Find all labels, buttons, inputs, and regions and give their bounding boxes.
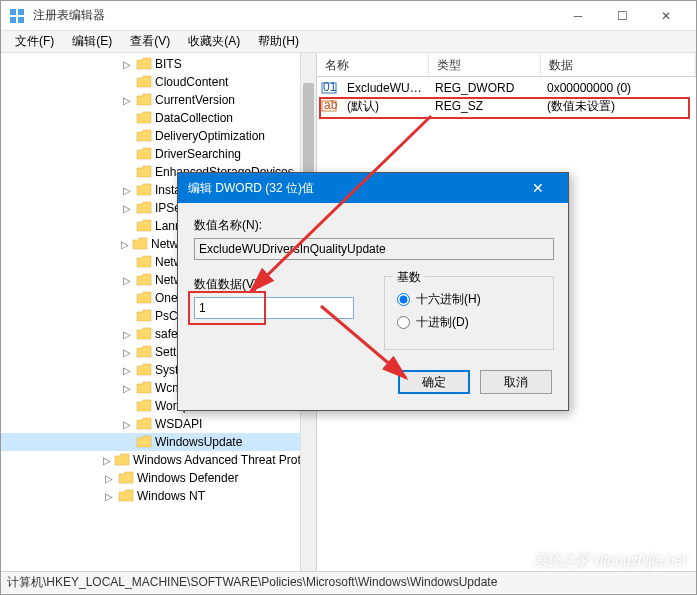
tree-item[interactable]: ▷BITS [1,55,316,73]
radix-group: 基数 十六进制(H) 十进制(D) [384,276,554,350]
radio-dec[interactable]: 十进制(D) [397,314,541,331]
tree-item-label: Windows NT [137,489,205,503]
cell-name: ExcludeWUDri... [341,81,429,95]
tree-item-label: WSDAPI [155,417,202,431]
svg-rect-1 [18,9,24,15]
radio-hex-input[interactable] [397,293,410,306]
folder-icon [136,183,152,197]
menubar: 文件(F) 编辑(E) 查看(V) 收藏夹(A) 帮助(H) [1,31,696,53]
tree-item[interactable]: ▷Windows Advanced Threat Protection [1,451,316,469]
string-value-icon: ab [321,98,337,114]
cell-data: 0x00000000 (0) [541,81,696,95]
tree-item-label: Windows Defender [137,471,238,485]
expand-icon[interactable]: ▷ [121,275,133,286]
window-title: 注册表编辑器 [33,7,556,24]
expand-icon[interactable]: ▷ [103,473,115,484]
expand-icon[interactable]: ▷ [121,419,133,430]
dword-value-icon: 011 [321,80,337,96]
folder-icon [114,453,130,467]
cell-type: REG_SZ [429,99,541,113]
expand-icon[interactable]: ▷ [121,185,133,196]
name-input[interactable] [194,238,554,260]
radio-dec-input[interactable] [397,316,410,329]
folder-icon [136,399,152,413]
expand-icon[interactable]: ▷ [121,383,133,394]
expand-icon[interactable]: ▷ [103,491,115,502]
dialog-close-button[interactable]: ✕ [518,173,558,203]
tree-item[interactable]: ▷CurrentVersion [1,91,316,109]
folder-icon [136,165,152,179]
folder-icon [136,93,152,107]
expand-icon[interactable]: ▷ [121,203,133,214]
folder-icon [118,471,134,485]
expand-icon[interactable]: ▷ [121,59,133,70]
expand-icon[interactable]: ▷ [103,455,111,466]
folder-icon [136,435,152,449]
close-button[interactable]: ✕ [644,1,688,31]
cell-name: (默认) [341,98,429,115]
menu-file[interactable]: 文件(F) [7,31,62,52]
tree-item-label: DriverSearching [155,147,241,161]
tree-item[interactable]: ▷Windows NT [1,487,316,505]
folder-icon [136,309,152,323]
ok-button[interactable]: 确定 [398,370,470,394]
col-header-type[interactable]: 类型 [429,53,541,76]
folder-icon [118,489,134,503]
folder-icon [136,129,152,143]
statusbar: 计算机\HKEY_LOCAL_MACHINE\SOFTWARE\Policies… [1,571,696,593]
value-input[interactable] [194,297,354,319]
folder-icon [136,381,152,395]
svg-rect-2 [10,17,16,23]
cell-data: (数值未设置) [541,98,696,115]
list-row[interactable]: 011ExcludeWUDri...REG_DWORD0x00000000 (0… [317,79,696,97]
tree-item[interactable]: DriverSearching [1,145,316,163]
col-header-name[interactable]: 名称 [317,53,429,76]
expand-icon[interactable]: ▷ [121,365,133,376]
minimize-button[interactable]: ─ [556,1,600,31]
menu-view[interactable]: 查看(V) [122,31,178,52]
folder-icon [136,417,152,431]
status-path: 计算机\HKEY_LOCAL_MACHINE\SOFTWARE\Policies… [7,574,497,591]
dialog-title-text: 编辑 DWORD (32 位)值 [188,180,518,197]
expand-icon[interactable]: ▷ [121,95,133,106]
menu-help[interactable]: 帮助(H) [250,31,307,52]
tree-item[interactable]: DataCollection [1,109,316,127]
folder-icon [136,273,152,287]
svg-text:ab: ab [324,98,337,112]
tree-item[interactable]: ▷Windows Defender [1,469,316,487]
cancel-button[interactable]: 取消 [480,370,552,394]
expand-icon[interactable]: ▷ [121,329,133,340]
list-row[interactable]: ab(默认)REG_SZ(数值未设置) [317,97,696,115]
folder-icon [136,75,152,89]
folder-icon [136,219,152,233]
radio-hex[interactable]: 十六进制(H) [397,291,541,308]
folder-icon [136,255,152,269]
maximize-button[interactable]: ☐ [600,1,644,31]
svg-rect-0 [10,9,16,15]
expand-icon[interactable]: ▷ [121,239,129,250]
tree-item[interactable]: ▷WSDAPI [1,415,316,433]
folder-icon [136,327,152,341]
tree-item[interactable]: WindowsUpdate [1,433,316,451]
tree-item-label: BITS [155,57,182,71]
expand-icon[interactable]: ▷ [121,347,133,358]
menu-favorites[interactable]: 收藏夹(A) [180,31,248,52]
folder-icon [136,363,152,377]
tree-item-label: CurrentVersion [155,93,235,107]
name-label: 数值名称(N): [194,217,552,234]
svg-rect-3 [18,17,24,23]
svg-text:011: 011 [323,80,337,94]
folder-icon [132,237,148,251]
watermark: 系统之家 xitongzhijia.net [533,552,686,570]
tree-item-label: WindowsUpdate [155,435,242,449]
folder-icon [136,291,152,305]
list-header: 名称 类型 数据 [317,53,696,77]
tree-item-label: DeliveryOptimization [155,129,265,143]
tree-item[interactable]: DeliveryOptimization [1,127,316,145]
folder-icon [136,345,152,359]
tree-item[interactable]: CloudContent [1,73,316,91]
menu-edit[interactable]: 编辑(E) [64,31,120,52]
tree-item-label: DataCollection [155,111,233,125]
col-header-data[interactable]: 数据 [541,53,696,76]
folder-icon [136,147,152,161]
